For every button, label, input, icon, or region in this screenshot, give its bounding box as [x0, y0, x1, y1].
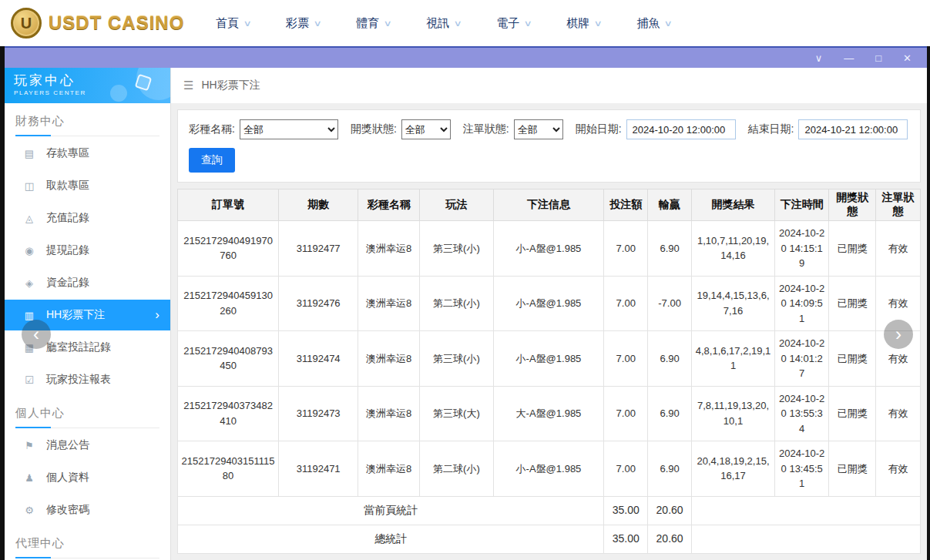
cell-bet-info: 大-A盤@1.985 — [493, 386, 604, 441]
cell-win-loss: -7.00 — [648, 276, 692, 331]
order-status-label: 注單狀態: — [463, 122, 509, 136]
nav-item-slots[interactable]: 電子∨ — [496, 16, 531, 31]
maximize-icon[interactable]: □ — [875, 53, 881, 63]
cell-period: 31192476 — [279, 276, 358, 331]
chevron-down-icon: ∨ — [384, 18, 392, 29]
end-date-input[interactable] — [798, 119, 908, 139]
sidebar-item-player-bet-report[interactable]: ☑玩家投注報表 — [5, 364, 170, 395]
cell-play-type: 第二球(小) — [420, 441, 493, 497]
cell-lottery-name: 澳洲幸运8 — [358, 221, 420, 277]
sidebar-section-title: 財務中心 — [15, 114, 159, 136]
column-header: 注單狀態 — [876, 189, 921, 221]
summary-row: 當前頁統計35.0020.60 — [178, 496, 921, 525]
column-header: 輸贏 — [648, 189, 692, 221]
summary-bet-total: 35.00 — [604, 525, 648, 553]
column-header: 開獎狀態 — [829, 189, 876, 221]
cell-win-loss: 6.90 — [648, 386, 692, 441]
main-content: ☰ HH彩票下注 彩種名稱: 全部 開獎狀態: 全部 注單狀態: — [171, 68, 927, 560]
nav-item-board-games[interactable]: 棋牌∨ — [566, 16, 601, 31]
cell-order-status: 有效 — [876, 221, 921, 277]
nav-item-home[interactable]: 首頁∨ — [216, 16, 250, 31]
chevron-down-icon[interactable]: ∨ — [815, 53, 823, 63]
brand-logo[interactable]: U USDT CASINO — [11, 8, 194, 39]
top-nav: 首頁∨彩票∨體育∨視訊∨電子∨棋牌∨捕魚∨ — [216, 16, 671, 31]
nav-item-fishing[interactable]: 捕魚∨ — [636, 16, 671, 31]
bets-table-container: 訂單號期數彩種名稱玩法下注信息投注額輸贏開獎結果下注時間開獎狀態注單狀態 215… — [177, 189, 921, 554]
nav-item-label: 棋牌 — [566, 16, 589, 31]
cell-draw-result: 19,14,4,15,13,6,7,16 — [692, 276, 775, 331]
table-row: 215217294031511158031192471澳洲幸运8第二球(小)小-… — [178, 441, 921, 497]
cell-draw-status: 已開獎 — [829, 441, 876, 497]
cell-bet-time: 2024-10-20 14:01:27 — [775, 331, 829, 387]
players-center-header: 玩家中心 PLAYERS CENTER — [5, 68, 170, 103]
draw-status-select[interactable]: 全部 — [401, 119, 451, 139]
sidebar-item-funds-record[interactable]: ◈資金記錄 — [5, 267, 170, 298]
sidebar-item-cashout-record[interactable]: ◉提現記錄 — [5, 235, 170, 266]
nav-item-live-video[interactable]: 視訊∨ — [426, 16, 461, 31]
chevron-down-icon: ∨ — [594, 18, 603, 29]
cell-period: 31192474 — [279, 331, 358, 387]
cell-bet-amount: 7.00 — [604, 221, 648, 277]
cell-play-type: 第二球(小) — [420, 276, 493, 331]
lottery-name-select[interactable]: 全部 — [240, 119, 338, 139]
nav-item-sports[interactable]: 體育∨ — [356, 16, 391, 31]
table-row: 215217294037348241031192473澳洲幸运8第三球(大)大-… — [178, 386, 921, 441]
table-row: 215217294049197076031192477澳洲幸运8第三球(小)小-… — [178, 221, 921, 277]
top-bar: U USDT CASINO 首頁∨彩票∨體育∨視訊∨電子∨棋牌∨捕魚∨ — [0, 0, 930, 46]
start-date-input[interactable] — [626, 119, 736, 139]
summary-winloss-total: 20.60 — [648, 496, 692, 525]
summary-row: 總統計35.0020.60 — [178, 525, 921, 553]
nav-item-lottery[interactable]: 彩票∨ — [286, 16, 321, 31]
sidebar-item-change-password[interactable]: ⚙修改密碼 — [5, 495, 170, 525]
chevron-down-icon: ∨ — [313, 18, 321, 29]
column-header: 彩種名稱 — [358, 189, 420, 221]
filter-row: 彩種名稱: 全部 開獎狀態: 全部 注單狀態: 全部 開始日期: — [189, 119, 909, 139]
sidebar: 玩家中心 PLAYERS CENTER 財務中心▤存款專區◫取款專區◬充值記錄◉… — [5, 68, 171, 560]
chevron-down-icon: ∨ — [664, 18, 673, 29]
cell-win-loss: 6.90 — [648, 441, 692, 497]
cell-bet-amount: 7.00 — [604, 331, 648, 387]
summary-label: 總統計 — [178, 525, 604, 553]
cell-draw-result: 20,4,18,19,2,15,16,17 — [692, 441, 775, 497]
deposit-icon: ▤ — [23, 148, 35, 159]
draw-status-label: 開獎狀態: — [351, 122, 397, 136]
sidebar-item-profile[interactable]: ♟個人資料 — [5, 462, 170, 493]
minimize-icon[interactable]: — — [844, 53, 854, 63]
cell-period: 31192473 — [279, 386, 358, 441]
cell-draw-result: 4,8,1,6,17,2,19,11 — [692, 331, 775, 387]
close-icon[interactable]: ✕ — [903, 53, 912, 63]
cell-bet-info: 小-A盤@1.985 — [493, 221, 604, 277]
cell-bet-amount: 7.00 — [604, 386, 648, 441]
order-status-select[interactable]: 全部 — [514, 119, 563, 139]
cell-win-loss: 6.90 — [648, 221, 692, 277]
cell-order-number: 2152172940459130260 — [178, 276, 279, 331]
sidebar-item-label: 提現記錄 — [46, 243, 89, 257]
carousel-right-arrow-icon[interactable]: › — [884, 320, 913, 349]
sidebar-item-recharge-record[interactable]: ◬充值記錄 — [5, 203, 170, 233]
cell-lottery-name: 澳洲幸运8 — [358, 331, 420, 387]
summary-empty — [692, 496, 921, 525]
summary-bet-total: 35.00 — [604, 496, 648, 525]
chevron-right-icon: › — [155, 307, 159, 323]
sidebar-item-announcements[interactable]: ⚑消息公告 — [5, 430, 170, 461]
recharge-record-icon: ◬ — [23, 213, 35, 224]
sidebar-section-title: 代理中心 — [15, 536, 159, 558]
carousel-left-arrow-icon[interactable]: ‹ — [22, 320, 51, 349]
sidebar-item-label: 取款專區 — [46, 179, 89, 193]
end-date-label: 結束日期: — [748, 122, 794, 136]
bets-table: 訂單號期數彩種名稱玩法下注信息投注額輸贏開獎結果下注時間開獎狀態注單狀態 215… — [177, 189, 921, 554]
sidebar-item-label: 修改密碼 — [46, 503, 89, 517]
cell-order-number: 2152172940408793450 — [178, 331, 279, 387]
hamburger-menu-icon[interactable]: ☰ — [183, 79, 193, 92]
cell-draw-result: 7,8,11,19,13,20,10,1 — [692, 386, 775, 441]
cell-win-loss: 6.90 — [648, 331, 692, 387]
table-row: 215217294040879345031192474澳洲幸运8第三球(小)小-… — [178, 331, 921, 387]
column-header: 下注信息 — [493, 189, 604, 221]
column-header: 玩法 — [420, 189, 493, 221]
search-button[interactable]: 查詢 — [189, 148, 235, 173]
sidebar-item-withdraw[interactable]: ◫取款專區 — [5, 170, 170, 201]
summary-empty — [692, 525, 921, 553]
sidebar-item-deposit[interactable]: ▤存款專區 — [5, 138, 170, 169]
table-row: 215217294045913026031192476澳洲幸运8第二球(小)小-… — [178, 276, 921, 331]
window-body: 玩家中心 PLAYERS CENTER 財務中心▤存款專區◫取款專區◬充值記錄◉… — [5, 68, 927, 560]
